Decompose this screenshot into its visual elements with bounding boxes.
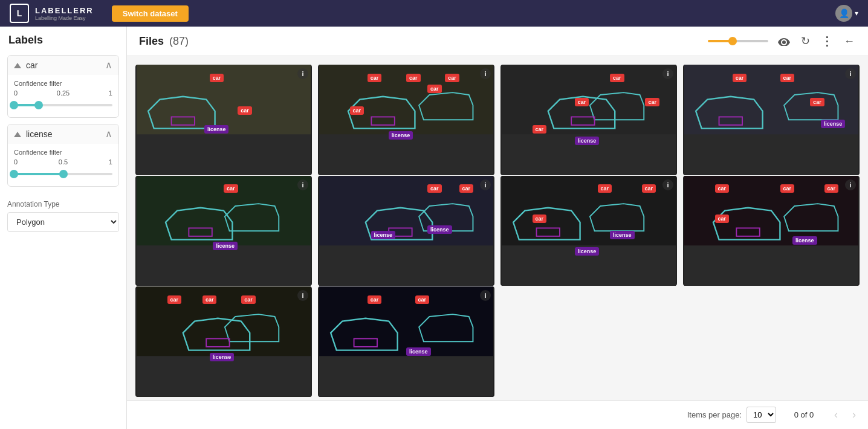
image-card[interactable]: icarlicense — [135, 176, 312, 286]
refresh-button[interactable]: ↻ — [800, 33, 811, 49]
image-card[interactable]: icarcarcarlicense — [683, 65, 860, 175]
next-page-button[interactable]: › — [850, 407, 858, 422]
slider-license[interactable] — [14, 168, 112, 180]
info-badge[interactable]: i — [480, 179, 491, 190]
chevron-up-icon-license: ∧ — [105, 129, 112, 139]
pagination-info: 0 of 0 — [786, 410, 822, 419]
user-menu[interactable]: 👤 ▾ — [835, 5, 858, 22]
label-section-car: car ∧ Confidence filter 0 0.25 1 — [7, 55, 119, 118]
next-icon: › — [852, 408, 856, 421]
svg-rect-1 — [137, 134, 311, 175]
content-area: Files (87) ↻ ⋮ — [127, 27, 868, 429]
back-button[interactable]: ← — [843, 34, 856, 49]
eye-button[interactable] — [777, 35, 791, 47]
switch-dataset-button[interactable]: Switch dataset — [112, 5, 189, 22]
label-header-car[interactable]: car ∧ — [8, 56, 118, 75]
image-card[interactable]: icarcarlicenselicense — [318, 176, 494, 286]
main-layout: Labels car ∧ Confidence filter 0 0.25 1 — [0, 27, 868, 429]
sidebar-title: Labels — [7, 34, 119, 47]
items-per-page-label: Items per page: — [687, 410, 742, 419]
menu-icon: ⋮ — [821, 34, 833, 48]
svg-rect-25 — [319, 245, 493, 286]
chevron-up-icon-car: ∧ — [105, 60, 112, 70]
triangle-icon-license — [14, 132, 21, 137]
annotation-type-label: Annotation Type — [7, 200, 119, 208]
svg-rect-10 — [502, 134, 676, 175]
slider-thumb-left-license[interactable] — [10, 170, 18, 178]
more-options-button[interactable]: ⋮ — [820, 33, 834, 50]
slider-thumb-right-license[interactable] — [59, 170, 68, 178]
avatar: 👤 — [835, 5, 852, 22]
slider-car[interactable] — [14, 99, 112, 111]
items-per-page: Items per page: 10 20 50 — [687, 407, 776, 423]
svg-rect-35 — [684, 245, 858, 286]
image-card[interactable]: icarcarlicense — [318, 286, 494, 397]
image-canvas — [135, 65, 312, 175]
items-per-page-select[interactable]: 10 20 50 — [747, 407, 776, 423]
info-badge[interactable]: i — [662, 179, 673, 190]
label-name-car: car — [26, 60, 37, 70]
eye-icon — [778, 36, 790, 46]
sidebar: Labels car ∧ Confidence filter 0 0.25 1 — [0, 27, 127, 429]
image-card[interactable]: icarcarcarlicense — [135, 286, 312, 397]
label-section-license: license ∧ Confidence filter 0 0.5 1 — [7, 124, 119, 187]
range-numbers-license: 0 0.5 1 — [14, 158, 112, 166]
chevron-down-icon: ▾ — [855, 9, 858, 18]
label-body-car: Confidence filter 0 0.25 1 — [8, 75, 118, 117]
image-canvas — [318, 65, 494, 175]
annotation-type-select[interactable]: Polygon Bounding Box — [7, 212, 119, 232]
image-canvas — [683, 176, 860, 286]
logo-icon: L — [10, 4, 29, 23]
image-card[interactable]: icarcarcarcarlicense — [500, 65, 677, 175]
svg-rect-15 — [684, 134, 858, 175]
label-header-license[interactable]: license ∧ — [8, 124, 118, 144]
slider-thumb-left-car[interactable] — [10, 101, 18, 109]
header-controls: ↻ ⋮ ← — [708, 33, 856, 50]
slider-thumb-right-car[interactable] — [34, 101, 43, 109]
label-body-license: Confidence filter 0 0.5 1 — [8, 144, 118, 186]
image-canvas — [683, 65, 860, 175]
image-canvas — [318, 286, 494, 397]
zoom-control — [708, 40, 768, 42]
files-title: Files (87) — [139, 35, 189, 48]
image-card[interactable]: icarcarlicense — [135, 65, 312, 175]
image-card[interactable]: icarcarcarcarcarlicense — [318, 65, 494, 175]
annotation-type-section: Annotation Type Polygon Bounding Box — [7, 200, 119, 232]
prev-icon: ‹ — [834, 408, 838, 421]
back-icon: ← — [844, 35, 855, 48]
svg-rect-45 — [319, 356, 493, 397]
image-canvas — [500, 65, 677, 175]
triangle-icon-car — [14, 63, 21, 68]
info-badge[interactable]: i — [480, 68, 491, 79]
image-grid: icarcarlicenseicarcarcarcarcarlicenseica… — [127, 56, 868, 400]
refresh-icon: ↻ — [801, 34, 810, 48]
image-canvas — [135, 286, 312, 397]
label-name-license: license — [26, 129, 53, 139]
zoom-slider[interactable] — [708, 40, 768, 42]
files-count: (87) — [169, 35, 189, 47]
logo: L LABELLERR Labelling Made Easy — [10, 4, 94, 23]
info-badge[interactable]: i — [662, 68, 673, 79]
logo-text: LABELLERR Labelling Made Easy — [35, 6, 94, 21]
content-footer: Items per page: 10 20 50 0 of 0 ‹ › — [127, 400, 868, 429]
svg-rect-30 — [502, 245, 676, 286]
info-badge[interactable]: i — [845, 179, 856, 190]
image-canvas — [318, 176, 494, 286]
image-card[interactable]: icarcarcarcarlicense — [683, 176, 860, 286]
logo-subtitle: Labelling Made Easy — [35, 15, 94, 21]
info-badge[interactable]: i — [297, 68, 308, 79]
confidence-filter-label-license: Confidence filter — [14, 149, 112, 156]
range-numbers-car: 0 0.25 1 — [14, 89, 112, 97]
logo-title: LABELLERR — [35, 6, 94, 15]
image-card[interactable]: icarcarcarlicenselicense — [500, 176, 677, 286]
info-badge[interactable]: i — [297, 179, 308, 190]
image-canvas — [500, 176, 677, 286]
svg-rect-5 — [319, 134, 493, 175]
image-canvas — [135, 176, 312, 286]
svg-rect-20 — [137, 245, 311, 286]
confidence-filter-label-car: Confidence filter — [14, 80, 112, 87]
info-badge[interactable]: i — [845, 68, 856, 79]
prev-page-button[interactable]: ‹ — [832, 407, 840, 422]
content-header: Files (87) ↻ ⋮ — [127, 27, 868, 56]
app-header: L LABELLERR Labelling Made Easy Switch d… — [0, 0, 868, 27]
